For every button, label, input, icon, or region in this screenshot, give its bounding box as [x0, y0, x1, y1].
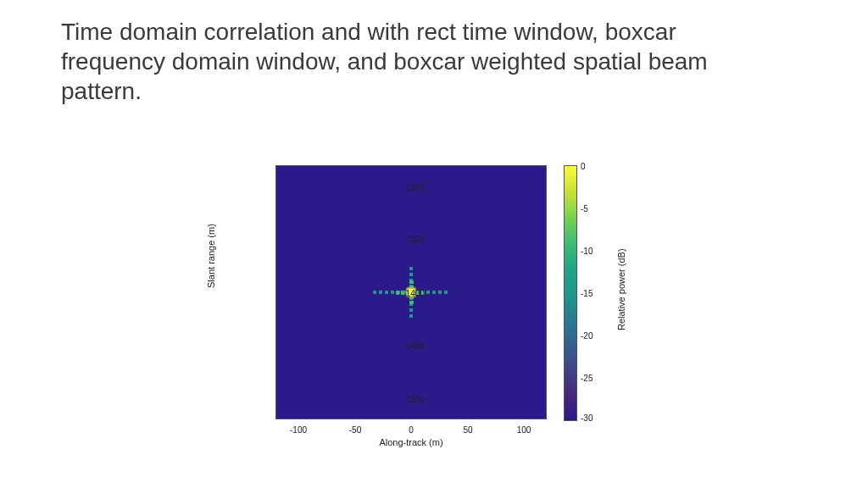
colorbar-tick: -20	[581, 331, 593, 341]
x-tick: -100	[281, 425, 315, 435]
colorbar-tick: -30	[581, 413, 593, 423]
y-tick: 1450	[374, 341, 425, 351]
y-axis-label: Slant range (m)	[206, 224, 216, 288]
colorbar	[564, 165, 577, 421]
y-tick: 1500	[374, 395, 425, 404]
x-tick: -50	[338, 425, 372, 435]
colorbar-tick: -25	[581, 374, 593, 383]
colorbar-tick: 0	[581, 162, 586, 171]
heatmap-chart: 1300 1350 1400 1450 1500 -100 -50 0 50 1…	[225, 161, 648, 466]
y-tick: 1400	[374, 289, 425, 298]
colorbar-label: Relative power (dB)	[616, 248, 626, 330]
y-tick: 1300	[374, 183, 425, 192]
slide-title: Time domain correlation and with rect ti…	[61, 17, 739, 106]
x-tick: 100	[507, 425, 541, 435]
y-tick: 1350	[374, 236, 425, 245]
x-tick: 50	[451, 425, 485, 435]
x-tick: 0	[394, 425, 428, 435]
x-axis-label: Along-track (m)	[275, 437, 547, 447]
colorbar-tick: -15	[581, 289, 593, 298]
colorbar-tick: -5	[581, 204, 588, 214]
colorbar-tick: -10	[581, 247, 593, 256]
